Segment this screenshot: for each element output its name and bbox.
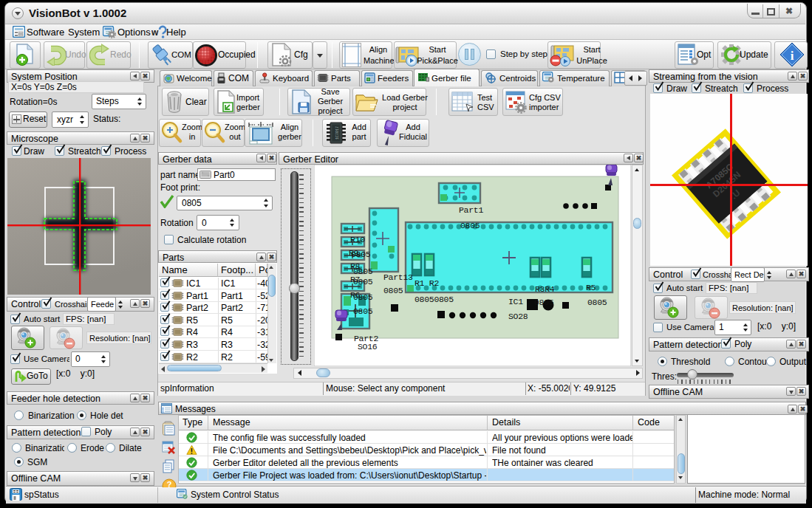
svg-text:R1 R2: R1 R2 xyxy=(414,278,439,288)
svg-text:0805: 0805 xyxy=(353,292,373,302)
svg-text:Part1: Part1 xyxy=(459,205,483,215)
svg-text:i: i xyxy=(791,49,794,63)
svg-text:08050805: 08050805 xyxy=(414,295,454,304)
svg-text:R3R4: R3R4 xyxy=(535,284,555,294)
svg-text:0805: 0805 xyxy=(353,306,373,316)
svg-text:?: ? xyxy=(167,480,172,487)
svg-text:R10: R10 xyxy=(350,235,365,244)
svg-text:0805: 0805 xyxy=(587,298,607,307)
svg-text:0805: 0805 xyxy=(351,250,371,259)
svg-text:0805: 0805 xyxy=(534,298,554,307)
svg-text:Part13: Part13 xyxy=(383,272,413,282)
svg-text:0805: 0805 xyxy=(353,277,373,286)
svg-text:IC1: IC1 xyxy=(508,297,523,306)
svg-text:w: w xyxy=(151,27,159,38)
svg-text:0805: 0805 xyxy=(460,221,480,230)
svg-text:R5: R5 xyxy=(586,283,596,292)
svg-text:SO28: SO28 xyxy=(508,312,528,321)
svg-text:1C7017: 1C7017 xyxy=(335,126,340,140)
svg-text:0805: 0805 xyxy=(383,286,403,295)
svg-text:SO16: SO16 xyxy=(358,342,378,351)
